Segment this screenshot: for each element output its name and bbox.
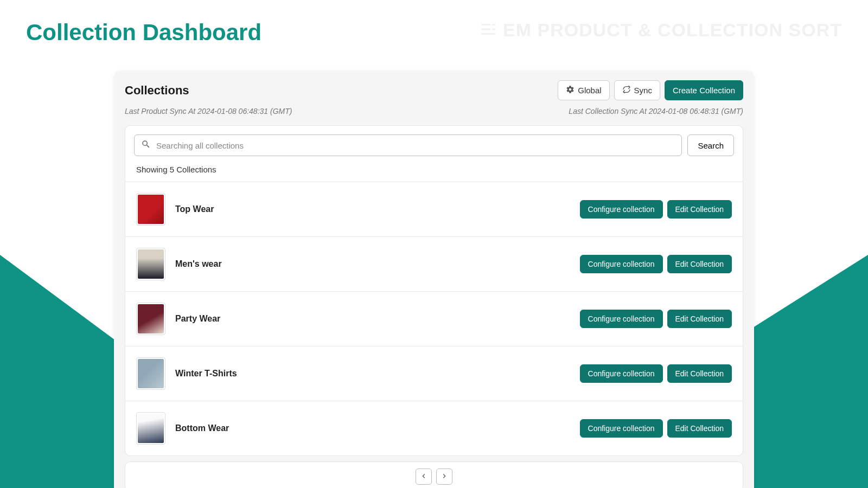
configure-collection-button[interactable]: Configure collection	[580, 200, 663, 219]
chevron-left-icon	[420, 472, 427, 481]
sync-button[interactable]: Sync	[614, 80, 660, 100]
chevron-right-icon	[441, 472, 448, 481]
panel-title: Collections	[125, 84, 189, 98]
collections-card: Search Showing 5 Collections Top Wear Co…	[125, 125, 743, 456]
search-icon	[141, 139, 156, 151]
create-collection-label: Create Collection	[673, 86, 735, 95]
search-input-wrap[interactable]	[134, 134, 682, 156]
last-collection-sync: Last Collection Sync At 2024-01-08 06:48…	[569, 107, 743, 115]
edit-collection-button[interactable]: Edit Collection	[667, 200, 732, 219]
collection-thumbnail	[136, 248, 165, 280]
next-page-button[interactable]	[436, 468, 452, 485]
collection-row: Top Wear Configure collection Edit Colle…	[125, 182, 743, 236]
collection-name: Winter T-Shirts	[175, 369, 237, 378]
create-collection-button[interactable]: Create Collection	[665, 80, 743, 100]
collection-thumbnail	[136, 303, 165, 335]
collection-row: Party Wear Configure collection Edit Col…	[125, 291, 743, 346]
global-button[interactable]: Global	[558, 80, 609, 100]
sync-icon	[622, 85, 631, 95]
list-icon	[479, 20, 497, 41]
last-product-sync: Last Product Sync At 2024-01-08 06:48:31…	[125, 107, 292, 115]
sync-button-label: Sync	[634, 86, 652, 95]
edit-collection-button[interactable]: Edit Collection	[667, 255, 732, 273]
collection-row: Men's wear Configure collection Edit Col…	[125, 236, 743, 291]
configure-collection-button[interactable]: Configure collection	[580, 255, 663, 273]
brand-text: EM PRODUCT & COLLECTION SORT	[503, 20, 842, 41]
collections-panel: Collections Global Sync Create Collectio…	[114, 70, 754, 488]
prev-page-button[interactable]	[416, 468, 432, 485]
gear-icon	[566, 85, 575, 95]
edit-collection-button[interactable]: Edit Collection	[667, 419, 732, 438]
collection-thumbnail	[136, 193, 165, 226]
collection-thumbnail	[136, 412, 165, 445]
configure-collection-button[interactable]: Configure collection	[580, 310, 663, 328]
edit-collection-button[interactable]: Edit Collection	[667, 364, 732, 383]
search-button[interactable]: Search	[687, 134, 734, 156]
collection-name: Bottom Wear	[175, 423, 229, 433]
configure-collection-button[interactable]: Configure collection	[580, 419, 663, 438]
pagination	[125, 461, 743, 488]
collection-thumbnail	[136, 357, 165, 390]
collection-name: Men's wear	[175, 259, 222, 269]
edit-collection-button[interactable]: Edit Collection	[667, 310, 732, 328]
collection-row: Bottom Wear Configure collection Edit Co…	[125, 401, 743, 455]
collection-row: Winter T-Shirts Configure collection Edi…	[125, 346, 743, 401]
page-title: Collection Dashboard	[26, 20, 261, 46]
brand-logo: EM PRODUCT & COLLECTION SORT	[479, 20, 842, 41]
collection-name: Party Wear	[175, 314, 220, 324]
search-input[interactable]	[156, 141, 675, 150]
collection-name: Top Wear	[175, 204, 214, 214]
showing-count: Showing 5 Collections	[125, 162, 743, 182]
configure-collection-button[interactable]: Configure collection	[580, 364, 663, 383]
global-button-label: Global	[578, 86, 601, 95]
